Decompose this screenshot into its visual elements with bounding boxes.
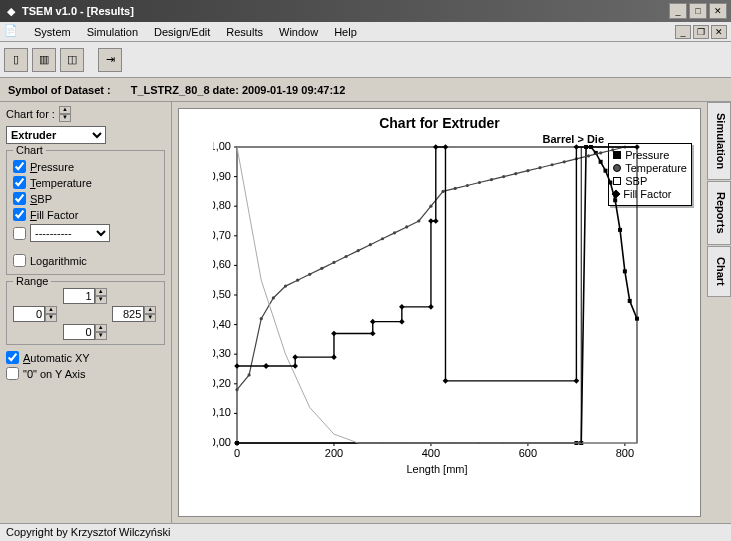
toolbar-button-1[interactable]: ▯ [4,48,28,72]
svg-text:0,60: 0,60 [213,258,231,270]
dataset-label: Symbol of Dataset : [8,84,111,96]
svg-text:400: 400 [422,447,440,459]
svg-text:0,80: 0,80 [213,199,231,211]
svg-point-70 [502,175,505,178]
svg-point-64 [429,205,432,208]
svg-text:0,90: 0,90 [213,170,231,182]
cb-pressure-label: Pressure [30,161,74,173]
range-right-spin[interactable]: ▲▼ [144,306,156,322]
svg-point-54 [308,273,311,276]
cb-logarithmic[interactable] [13,254,26,267]
svg-point-53 [296,279,299,282]
close-button[interactable]: ✕ [709,3,727,19]
titlebar: ◆ TSEM v1.0 - [Results] _ □ ✕ [0,0,731,22]
menu-results[interactable]: Results [218,24,271,40]
svg-point-56 [332,261,335,264]
extra-combo[interactable]: ---------- [30,224,110,242]
mdi-restore-button[interactable]: ❐ [693,25,709,39]
cb-zero-y[interactable] [6,367,19,380]
svg-point-61 [393,231,396,234]
svg-point-71 [514,172,517,175]
menu-help[interactable]: Help [326,24,365,40]
svg-point-65 [441,190,444,193]
svg-rect-42 [608,181,612,185]
svg-rect-101 [634,144,640,150]
svg-rect-86 [292,354,298,360]
range-bottom-spin[interactable]: ▲▼ [95,324,107,340]
cb-zero-y-label: "0" on Y Axis [23,368,85,380]
svg-text:0,40: 0,40 [213,318,231,330]
toolbar-button-4[interactable]: ⇥ [98,48,122,72]
svg-point-62 [405,225,408,228]
svg-text:0: 0 [234,447,240,459]
svg-point-75 [563,160,566,163]
chart-pane: Chart for Extruder Barrel > Die Pressure… [172,102,707,523]
statusbar: Copyright by Krzysztof Wilczyński [0,523,731,541]
svg-rect-88 [331,331,337,337]
cb-temperature-label: Temperature [30,177,92,189]
svg-point-68 [478,181,481,184]
svg-rect-40 [599,160,603,164]
svg-rect-85 [292,363,298,369]
menu-simulation[interactable]: Simulation [79,24,146,40]
svg-point-48 [235,388,238,391]
cb-sbp-label: SBP [30,193,52,205]
sidetab-reports[interactable]: Reports [707,181,731,245]
cb-auto-xy[interactable] [6,351,19,364]
svg-rect-95 [433,218,439,224]
svg-text:0,20: 0,20 [213,377,231,389]
svg-point-57 [344,255,347,258]
cb-fillfactor[interactable] [13,208,26,221]
range-left-spin[interactable]: ▲▼ [45,306,57,322]
svg-point-74 [551,163,554,166]
svg-point-66 [454,187,457,190]
cb-extra[interactable] [13,227,26,240]
mdi-close-button[interactable]: ✕ [711,25,727,39]
cb-logarithmic-label: Logarithmic [30,255,87,267]
svg-rect-46 [628,299,632,303]
menu-design-edit[interactable]: Design/Edit [146,24,218,40]
chartfor-spinner[interactable]: ▲▼ [59,106,71,122]
range-left-input[interactable] [13,306,45,322]
menu-system[interactable]: System [26,24,79,40]
minimize-button[interactable]: _ [669,3,687,19]
maximize-button[interactable]: □ [689,3,707,19]
sidetab-chart[interactable]: Chart [707,246,731,297]
sidetab-simulation[interactable]: Simulation [707,102,731,180]
svg-point-58 [357,249,360,252]
range-bottom-input[interactable] [63,324,95,340]
chart-title: Chart for Extruder [179,115,700,131]
svg-text:0,00: 0,00 [213,436,231,448]
mdi-minimize-button[interactable]: _ [675,25,691,39]
range-right-input[interactable] [112,306,144,322]
cb-temperature[interactable] [13,176,26,189]
menu-window[interactable]: Window [271,24,326,40]
svg-text:0,10: 0,10 [213,406,231,418]
svg-rect-100 [574,144,580,150]
range-group-legend: Range [13,275,51,287]
svg-rect-41 [603,169,607,173]
svg-point-77 [587,154,590,157]
svg-point-50 [260,317,263,320]
svg-text:0,50: 0,50 [213,288,231,300]
svg-text:600: 600 [519,447,537,459]
range-top-spin[interactable]: ▲▼ [95,288,107,304]
svg-point-69 [490,178,493,181]
toolbar-button-3[interactable]: ◫ [60,48,84,72]
chartfor-combo[interactable]: Extruder [6,126,106,144]
svg-point-67 [466,184,469,187]
dataset-value: T_LSTRZ_80_8 date: 2009-01-19 09:47:12 [131,84,346,96]
sidetabs: Simulation Reports Chart [707,102,731,523]
dataset-bar: Symbol of Dataset : T_LSTRZ_80_8 date: 2… [0,78,731,102]
cb-sbp[interactable] [13,192,26,205]
svg-text:0,70: 0,70 [213,229,231,241]
range-group: Range ▲▼ ▲▼ ▲▼ ▲▼ [6,281,165,345]
svg-point-55 [320,267,323,270]
range-top-input[interactable] [63,288,95,304]
svg-point-59 [369,243,372,246]
toolbar-button-2[interactable]: ▥ [32,48,56,72]
svg-point-78 [599,151,602,154]
svg-rect-91 [399,319,405,325]
cb-pressure[interactable] [13,160,26,173]
svg-rect-47 [635,317,639,321]
